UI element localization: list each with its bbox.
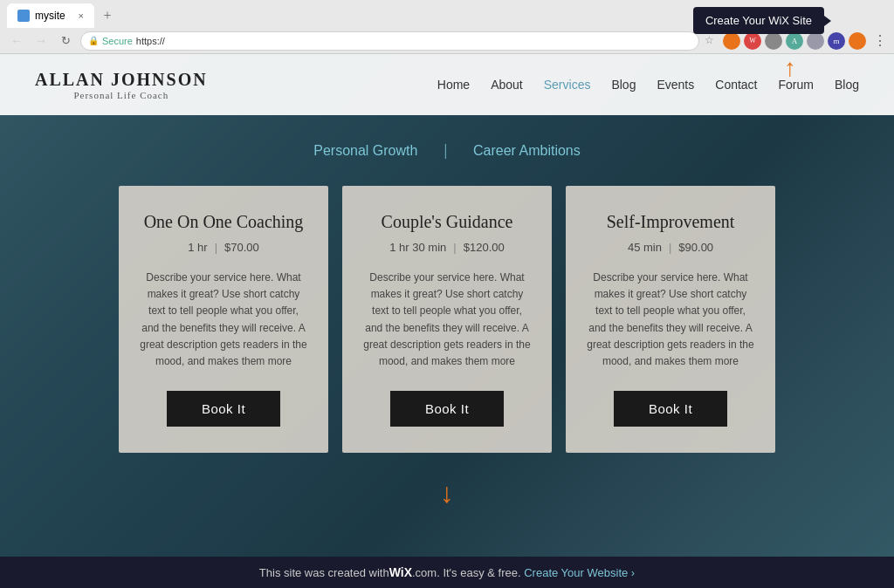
back-button[interactable]: ←	[7, 31, 26, 51]
wix-tooltip-text: Create Your WiX Site	[705, 14, 812, 27]
extension-icon-6[interactable]: m	[828, 32, 845, 50]
cards-container: One On One Coaching 1 hr | $70.00 Descri…	[0, 177, 894, 462]
nav-home[interactable]: Home	[437, 78, 470, 92]
browser-toolbar-icons: W A m ⋮	[723, 32, 887, 50]
card-1-sep: |	[215, 241, 217, 254]
card-1-duration: 1 hr	[188, 241, 207, 254]
lock-icon: 🔒	[88, 36, 99, 45]
card-self-improvement: Self-Improvement 45 min | $90.00 Describ…	[566, 186, 775, 453]
nav-events[interactable]: Events	[657, 78, 694, 92]
tab-favicon	[17, 10, 30, 22]
card-1-title: One On One Coaching	[144, 212, 304, 232]
book-btn-3[interactable]: Book It	[614, 391, 727, 427]
active-tab[interactable]: mysite ×	[7, 3, 94, 28]
card-one-on-one: One On One Coaching 1 hr | $70.00 Descri…	[119, 186, 328, 453]
extension-icon-5[interactable]	[807, 32, 824, 50]
wix-tooltip[interactable]: Create Your WiX Site	[693, 7, 824, 34]
wix-brand: WiX	[389, 565, 412, 579]
card-1-desc: Describe your service here. What makes i…	[140, 270, 307, 370]
forward-button[interactable]: →	[31, 31, 51, 51]
card-2-price: $120.00	[464, 241, 505, 254]
footer-text-after: .com. It's easy & free.	[412, 566, 521, 579]
new-tab-button[interactable]: +	[98, 6, 117, 25]
card-3-meta: 45 min | $90.00	[628, 241, 713, 254]
site-header: ALLAN JOHNSON Personal Life Coach Home A…	[0, 54, 894, 115]
orange-arrow-up: ↑	[784, 54, 796, 82]
card-3-title: Self-Improvement	[607, 212, 735, 232]
nav-services[interactable]: Services	[544, 78, 591, 92]
wix-tooltip-container: Create Your WiX Site	[693, 7, 824, 34]
card-3-sep: |	[669, 241, 671, 254]
card-2-desc: Describe your service here. What makes i…	[363, 270, 531, 370]
bottom-arrow-container: ↓	[0, 462, 894, 507]
card-2-sep: |	[453, 241, 456, 254]
tab-close-btn[interactable]: ×	[79, 10, 84, 21]
card-2-title: Couple's Guidance	[382, 212, 513, 232]
book-btn-1[interactable]: Book It	[167, 391, 280, 427]
address-field[interactable]: 🔒 Secure https://	[80, 31, 699, 51]
tooltip-arrow	[824, 16, 831, 26]
site-logo: ALLAN JOHNSON Personal Life Coach	[35, 70, 208, 100]
url-prefix: https://	[136, 36, 165, 46]
nav-contact[interactable]: Contact	[715, 78, 757, 92]
card-3-desc: Describe your service here. What makes i…	[587, 270, 754, 370]
tab-personal-growth[interactable]: Personal Growth	[287, 143, 444, 159]
card-1-meta: 1 hr | $70.00	[188, 241, 259, 254]
card-3-price: $90.00	[678, 241, 713, 254]
menu-button[interactable]: ⋮	[873, 32, 887, 49]
refresh-button[interactable]: ↻	[56, 31, 75, 51]
logo-name: ALLAN JOHNSON	[35, 70, 208, 90]
card-1-price: $70.00	[224, 241, 259, 254]
extension-icon-1[interactable]	[723, 32, 740, 50]
card-2-duration: 1 hr 30 min	[389, 241, 446, 254]
wix-footer-bar: This site was created with WiX .com. It'…	[0, 557, 894, 588]
logo-subtitle: Personal Life Coach	[35, 90, 208, 100]
nav-blog[interactable]: Blog	[611, 78, 636, 92]
secure-label: Secure	[102, 36, 133, 46]
footer-text-before: This site was created with	[259, 566, 389, 579]
nav-about[interactable]: About	[491, 78, 523, 92]
book-btn-2[interactable]: Book It	[390, 391, 504, 427]
tab-title: mysite	[35, 10, 65, 22]
extension-icon-4[interactable]: A	[786, 32, 803, 50]
site-wrapper: ALLAN JOHNSON Personal Life Coach Home A…	[0, 54, 894, 588]
nav-blog2[interactable]: Blog	[835, 78, 859, 92]
section-tabs: Personal Growth | Career Ambitions	[0, 115, 894, 177]
url-input[interactable]	[168, 36, 691, 46]
extension-icon-2[interactable]: W	[744, 32, 761, 50]
card-couples-guidance: Couple's Guidance 1 hr 30 min | $120.00 …	[342, 186, 552, 453]
footer-cta-link[interactable]: Create Your Website ›	[524, 566, 635, 579]
extension-icon-3[interactable]	[765, 32, 782, 50]
card-3-duration: 45 min	[628, 241, 662, 254]
down-arrow-icon: ↓	[440, 479, 454, 507]
profile-icon[interactable]	[849, 32, 866, 50]
card-2-meta: 1 hr 30 min | $120.00	[389, 241, 504, 254]
tab-career-ambitions[interactable]: Career Ambitions	[447, 143, 607, 159]
bookmark-icon[interactable]: ☆	[705, 34, 714, 47]
